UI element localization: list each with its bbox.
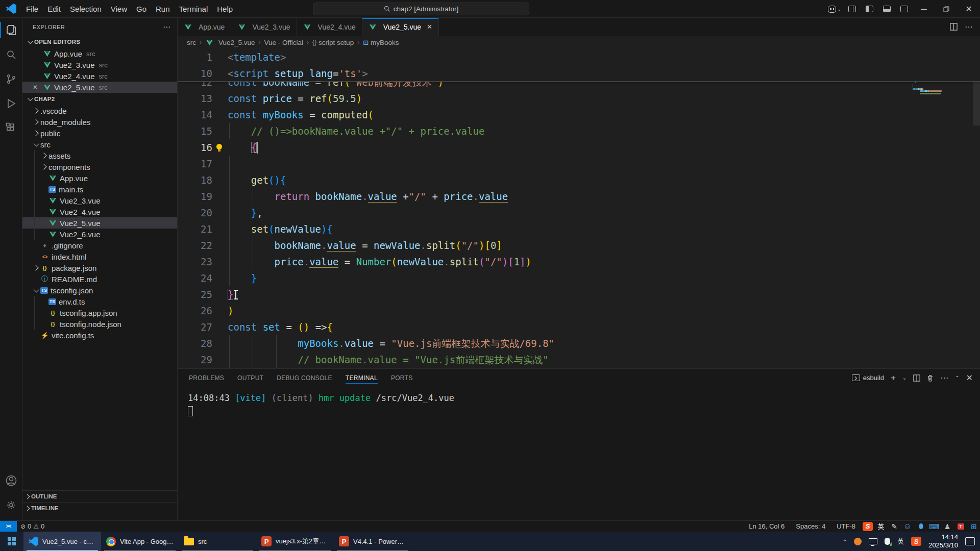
extensions-icon[interactable] xyxy=(0,116,22,140)
open-editor-item[interactable]: ✕Vue2_5.vuesrc xyxy=(22,82,177,93)
timeline-section-header[interactable]: TIMELINE xyxy=(22,502,177,514)
open-editor-item[interactable]: Vue2_4.vuesrc xyxy=(22,70,177,82)
menu-view[interactable]: View xyxy=(106,0,132,17)
explorer-icon[interactable] xyxy=(0,18,22,42)
tray-hidden-icons-chevron[interactable]: ⌃ xyxy=(843,539,847,544)
tab-Vue2_5-vue[interactable]: Vue2_5.vue✕ xyxy=(362,18,439,36)
breadcrumb-item[interactable]: Vue2_5.vue xyxy=(205,38,255,46)
terminal-output[interactable]: 14:08:43 [vite] (client) hmr update /src… xyxy=(178,387,980,416)
ime-pen-icon[interactable]: ✎ xyxy=(889,522,899,531)
taskbar-app-vscode[interactable]: Vue2_5.vue - cha... xyxy=(23,532,101,551)
tree-item-Vue2_6.vue[interactable]: Vue2_6.vue xyxy=(22,229,177,240)
layout-customize-icon[interactable] xyxy=(843,0,861,18)
tree-item-vite.config.ts[interactable]: ⚡vite.config.ts xyxy=(22,330,177,341)
panel-tab-terminal[interactable]: TERMINAL xyxy=(346,369,378,387)
tray-sogou-icon[interactable]: S xyxy=(911,537,921,546)
tree-item-src[interactable]: src xyxy=(22,139,177,150)
window-close-button[interactable]: ✕ xyxy=(958,0,980,18)
taskbar-app-folder[interactable]: src xyxy=(179,532,256,551)
kill-terminal-trash-icon[interactable] xyxy=(927,374,934,382)
tree-item-index.html[interactable]: <>index.html xyxy=(22,251,177,262)
tree-item-tsconfig.app.json[interactable]: {}tsconfig.app.json xyxy=(22,307,177,318)
panel-more-actions-icon[interactable]: ⋯ xyxy=(940,373,948,383)
tree-item-.vscode[interactable]: .vscode xyxy=(22,105,177,116)
tray-ime-language[interactable]: 英 xyxy=(897,537,904,546)
breadcrumb-item[interactable]: Vue - Official xyxy=(264,39,304,46)
tree-item-Vue2_3.vue[interactable]: Vue2_3.vue xyxy=(22,195,177,206)
close-editor-icon[interactable]: ✕ xyxy=(33,84,38,91)
tree-item-env.d.ts[interactable]: TSenv.d.ts xyxy=(22,296,177,307)
split-terminal-icon[interactable] xyxy=(913,374,920,382)
problems-status[interactable]: ⊘0 ⚠0 xyxy=(17,522,48,530)
window-restore-button[interactable] xyxy=(935,0,958,18)
toggle-sidebar-icon[interactable] xyxy=(861,0,878,18)
tray-alarm-icon[interactable] xyxy=(854,538,862,545)
ime-skin-icon[interactable]: T xyxy=(955,522,966,531)
tab-Vue2_3-vue[interactable]: Vue2_3.vue xyxy=(231,18,297,36)
tree-item-tsconfig.json[interactable]: TStsconfig.json xyxy=(22,285,177,296)
breadcrumb-item[interactable]: ⊡myBooks xyxy=(363,39,399,46)
quick-fix-lightbulb-icon[interactable] xyxy=(216,144,222,149)
cursor-position-status[interactable]: Ln 16, Col 6 xyxy=(745,522,789,530)
tree-item-Vue2_4.vue[interactable]: Vue2_4.vue xyxy=(22,206,177,217)
menu-file[interactable]: File xyxy=(21,0,43,17)
split-editor-icon[interactable] xyxy=(950,23,958,31)
project-root-header[interactable]: CHAP2 xyxy=(22,93,177,105)
menu-selection[interactable]: Selection xyxy=(65,0,106,17)
open-editor-item[interactable]: Vue2_3.vuesrc xyxy=(22,59,177,70)
terminal-dropdown-icon[interactable]: ⌄ xyxy=(902,375,906,381)
taskbar-app-ppt[interactable]: Pvuejs3.x-第2章Vue... xyxy=(256,532,334,551)
menu-edit[interactable]: Edit xyxy=(43,0,65,17)
search-sidebar-icon[interactable] xyxy=(0,42,22,67)
tray-network-display-icon[interactable] xyxy=(869,538,877,544)
indentation-status[interactable]: Spaces: 4 xyxy=(792,522,829,530)
tree-item-public[interactable]: public xyxy=(22,128,177,139)
tree-item-components[interactable]: components xyxy=(22,161,177,172)
sogou-ime-icon[interactable]: S xyxy=(863,522,873,531)
editor-more-actions-icon[interactable]: ⋯ xyxy=(965,22,973,32)
menu-run[interactable]: Run xyxy=(151,0,175,17)
taskbar-clock[interactable]: 14:14 2025/3/10 xyxy=(928,533,958,549)
tree-item-README.md[interactable]: ⓘREADME.md xyxy=(22,273,177,285)
panel-tab-ports[interactable]: PORTS xyxy=(391,369,413,387)
ime-mic-icon[interactable] xyxy=(916,522,926,531)
notification-center-icon[interactable] xyxy=(965,537,975,545)
toggle-panel-icon[interactable] xyxy=(878,0,895,18)
explorer-more-actions-icon[interactable]: ⋯ xyxy=(163,22,171,32)
new-terminal-icon[interactable]: + xyxy=(891,373,896,383)
open-editors-header[interactable]: OPEN EDITORS xyxy=(22,36,177,48)
breadcrumb-item[interactable]: src xyxy=(187,39,196,46)
breadcrumb-item[interactable]: {}script setup xyxy=(312,39,354,46)
outline-section-header[interactable]: OUTLINE xyxy=(22,490,177,502)
run-debug-icon[interactable] xyxy=(0,91,22,116)
settings-gear-icon[interactable] xyxy=(0,493,22,517)
taskbar-app-ppt[interactable]: PV4.4.1 - PowerPoi... xyxy=(334,532,411,551)
tab-close-icon[interactable]: ✕ xyxy=(427,23,432,31)
ime-user-icon[interactable]: ♟ xyxy=(942,522,952,531)
encoding-status[interactable]: UTF-8 xyxy=(832,522,860,530)
tree-item-Vue2_5.vue[interactable]: Vue2_5.vue xyxy=(22,217,177,229)
panel-tab-problems[interactable]: PROBLEMS xyxy=(189,369,224,387)
remote-indicator[interactable]: >< xyxy=(0,521,17,532)
tab-Vue2_4-vue[interactable]: Vue2_4.vue xyxy=(297,18,362,36)
tray-mouse-driver-icon[interactable] xyxy=(885,538,890,545)
toggle-secondary-sidebar-icon[interactable] xyxy=(895,0,913,18)
close-panel-icon[interactable]: ✕ xyxy=(966,373,973,383)
tree-item-package.json[interactable]: {}package.json xyxy=(22,262,177,273)
menu-go[interactable]: Go xyxy=(132,0,151,17)
tree-item-main.ts[interactable]: TSmain.ts xyxy=(22,184,177,195)
tree-item-node_modules[interactable]: node_modules xyxy=(22,116,177,128)
menu-terminal[interactable]: Terminal xyxy=(175,0,213,17)
account-icon[interactable] xyxy=(0,468,22,493)
ime-emoji-icon[interactable]: ☺ xyxy=(902,522,913,531)
panel-tab-debug-console[interactable]: DEBUG CONSOLE xyxy=(277,369,332,387)
menu-help[interactable]: Help xyxy=(212,0,237,17)
taskbar-app-chrome[interactable]: Vite App - Googl... xyxy=(101,532,179,551)
tree-item-tsconfig.node.json[interactable]: {}tsconfig.node.json xyxy=(22,318,177,330)
open-editor-item[interactable]: App.vuesrc xyxy=(22,48,177,59)
tree-item-App.vue[interactable]: App.vue xyxy=(22,172,177,184)
ime-toolbox-icon[interactable]: ⊞ xyxy=(969,522,979,531)
copilot-icon[interactable]: ⌄ xyxy=(826,0,843,18)
ime-keyboard-icon[interactable]: ⌨ xyxy=(929,522,939,531)
tree-item-assets[interactable]: assets xyxy=(22,150,177,161)
